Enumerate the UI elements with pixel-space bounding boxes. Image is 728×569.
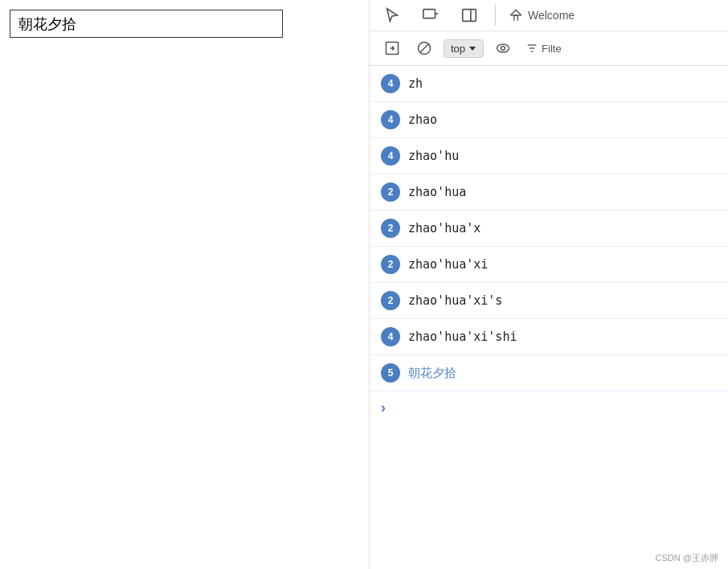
welcome-label: Welcome — [528, 9, 575, 22]
list-item[interactable]: 4zhao — [370, 102, 728, 138]
chevron-down-icon — [468, 44, 476, 52]
tablet-icon[interactable] — [418, 5, 444, 26]
right-panel: Welcome top — [370, 0, 728, 569]
svg-rect-2 — [463, 10, 476, 22]
list-item[interactable]: 4zh — [370, 66, 728, 102]
eye-button[interactable] — [490, 36, 516, 60]
svg-line-6 — [419, 43, 429, 53]
item-badge: 4 — [381, 110, 400, 129]
item-badge: 2 — [381, 255, 400, 274]
list-item[interactable]: 2zhao'hua — [370, 174, 728, 211]
filter-icon — [526, 42, 538, 55]
home-icon — [509, 8, 523, 23]
item-text: zh — [408, 76, 423, 91]
list-item[interactable]: 5朝花夕拾 — [370, 355, 728, 391]
panel-icon[interactable] — [456, 5, 482, 26]
item-text: zhao'hu — [408, 149, 459, 163]
item-badge: 5 — [381, 363, 400, 383]
item-badge: 4 — [381, 146, 400, 166]
list-container: 4zh4zhao4zhao'hu2zhao'hua2zhao'hua'x2zha… — [370, 66, 728, 549]
cursor-icon[interactable] — [379, 5, 405, 26]
item-text: zhao'hua'xi's — [408, 293, 502, 308]
item-text: zhao'hua'xi'shi — [408, 330, 517, 344]
item-badge: 2 — [381, 182, 400, 202]
top-button[interactable]: top — [444, 39, 484, 58]
item-text: zhao'hua'xi — [408, 257, 488, 272]
export-button[interactable] — [379, 36, 405, 60]
cancel-button[interactable] — [411, 36, 437, 60]
svg-point-9 — [501, 47, 505, 51]
left-panel: 朝花夕拾 — [0, 0, 370, 569]
search-input[interactable]: 朝花夕拾 — [10, 10, 283, 38]
toolbar: top Filte — [370, 31, 728, 66]
list-item[interactable]: 2zhao'hua'x — [370, 211, 728, 247]
footer: CSDN @王赤胛 — [370, 549, 728, 569]
list-item[interactable]: 4zhao'hua'xi'shi — [370, 319, 728, 355]
more-button[interactable]: › — [370, 391, 728, 424]
item-badge: 2 — [381, 291, 400, 310]
item-text: 朝花夕拾 — [408, 366, 456, 381]
svg-point-8 — [497, 44, 509, 52]
svg-rect-0 — [423, 10, 436, 18]
svg-marker-7 — [469, 47, 476, 51]
filter-label: Filte — [542, 43, 562, 55]
item-badge: 4 — [381, 74, 400, 93]
item-badge: 4 — [381, 327, 400, 346]
item-text: zhao'hua — [408, 185, 466, 199]
item-badge: 2 — [381, 219, 400, 238]
filter-button[interactable]: Filte — [526, 42, 562, 55]
item-text: zhao — [408, 113, 437, 127]
welcome-button[interactable]: Welcome — [509, 8, 575, 23]
top-label: top — [451, 43, 465, 55]
item-text: zhao'hua'x — [408, 221, 481, 235]
credit-text: CSDN @王赤胛 — [656, 553, 718, 563]
header-bar: Welcome — [370, 0, 728, 31]
list-item[interactable]: 2zhao'hua'xi's — [370, 283, 728, 319]
list-item[interactable]: 4zhao'hu — [370, 138, 728, 174]
header-divider — [495, 5, 496, 26]
list-item[interactable]: 2zhao'hua'xi — [370, 247, 728, 283]
